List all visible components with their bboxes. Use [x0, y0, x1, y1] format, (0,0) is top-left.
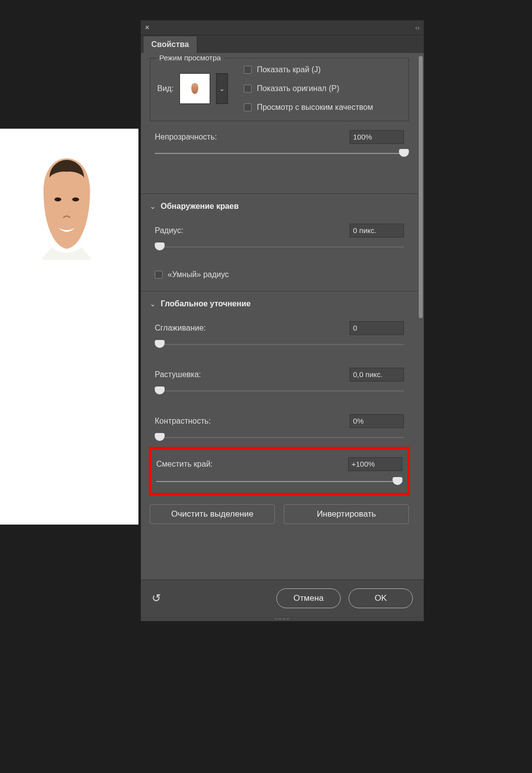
feather-input[interactable]: 0,0 пикс.	[350, 368, 404, 382]
show-edge-label: Показать край (J)	[257, 65, 320, 74]
panel-header: × ‹‹	[141, 20, 424, 35]
cutout-image	[35, 156, 99, 260]
high-quality-label: Просмотр с высоким качеством	[257, 103, 373, 112]
view-mode-group: Режим просмотра Вид: ⌄ Показать край (J)	[150, 58, 409, 121]
reset-icon[interactable]: ↺	[152, 592, 161, 605]
show-edge-checkbox[interactable]	[244, 66, 252, 74]
show-original-checkbox[interactable]	[244, 85, 252, 93]
view-mode-legend: Режим просмотра	[156, 53, 224, 62]
panel-body: Режим просмотра Вид: ⌄ Показать край (J)	[141, 53, 424, 580]
global-refine-title: Глобальное уточнение	[161, 299, 251, 308]
view-thumbnail[interactable]	[179, 73, 210, 104]
contrast-row: Контрастность: 0%	[155, 414, 404, 428]
contrast-slider[interactable]	[155, 433, 404, 443]
ok-button[interactable]: OK	[349, 588, 413, 608]
chevron-down-icon: ⌄	[150, 202, 156, 210]
panel-footer: ↺ Отмена OK	[141, 580, 424, 616]
radius-label: Радиус:	[155, 226, 183, 235]
cancel-button[interactable]: Отмена	[276, 588, 341, 608]
edge-detection-header[interactable]: ⌄ Обнаружение краев	[150, 202, 409, 211]
smart-radius-checkbox[interactable]	[155, 271, 163, 279]
svg-point-0	[54, 197, 61, 201]
view-label: Вид:	[157, 84, 174, 93]
invert-button[interactable]: Инвертировать	[284, 504, 409, 524]
radius-slider[interactable]	[155, 242, 404, 252]
opacity-input[interactable]: 100%	[350, 130, 404, 144]
shift-row: Сместить край: +100%	[156, 457, 402, 471]
close-icon[interactable]: ×	[145, 23, 149, 32]
properties-panel: × ‹‹ Свойства Режим просмотра Вид: ⌄ Пок…	[140, 20, 424, 622]
opacity-slider[interactable]	[155, 149, 404, 159]
chevron-down-icon: ⌄	[219, 85, 225, 93]
scrollbar[interactable]	[419, 56, 423, 328]
high-quality-checkbox[interactable]	[244, 103, 252, 111]
collapse-icon[interactable]: ‹‹	[415, 24, 420, 32]
contrast-input[interactable]: 0%	[350, 414, 404, 428]
smooth-row: Сглаживание: 0	[155, 321, 404, 335]
shift-label: Сместить край:	[156, 460, 213, 469]
view-dropdown-button[interactable]: ⌄	[216, 73, 228, 104]
contrast-label: Контрастность:	[155, 417, 211, 426]
radius-input[interactable]: 0 пикс.	[350, 224, 404, 238]
radius-row: Радиус: 0 пикс.	[155, 224, 404, 238]
tab-bar: Свойства	[141, 35, 424, 53]
resize-grip[interactable]: ┅┅┅┅	[141, 616, 424, 621]
tab-properties[interactable]: Свойства	[143, 36, 197, 53]
smart-radius-label: «Умный» радиус	[168, 270, 229, 279]
opacity-row: Непрозрачность: 100%	[155, 130, 404, 144]
svg-point-1	[72, 197, 79, 201]
clear-selection-button[interactable]: Очистить выделение	[150, 504, 275, 524]
feather-slider[interactable]	[155, 386, 404, 396]
smooth-slider[interactable]	[155, 340, 404, 350]
chevron-down-icon: ⌄	[150, 300, 156, 308]
smooth-label: Сглаживание:	[155, 324, 206, 333]
feather-row: Растушевка: 0,0 пикс.	[155, 368, 404, 382]
feather-label: Растушевка:	[155, 370, 201, 379]
shift-edge-highlight: Сместить край: +100%	[149, 447, 410, 495]
edge-detection-title: Обнаружение краев	[161, 202, 239, 211]
opacity-label: Непрозрачность:	[155, 133, 217, 142]
global-refine-header[interactable]: ⌄ Глобальное уточнение	[150, 299, 409, 308]
smooth-input[interactable]: 0	[350, 321, 404, 335]
canvas-area[interactable]	[0, 129, 138, 525]
scrollbar-thumb[interactable]	[419, 56, 423, 318]
shift-slider[interactable]	[156, 477, 402, 487]
show-original-label: Показать оригинал (P)	[257, 84, 339, 93]
shift-input[interactable]: +100%	[348, 457, 402, 471]
